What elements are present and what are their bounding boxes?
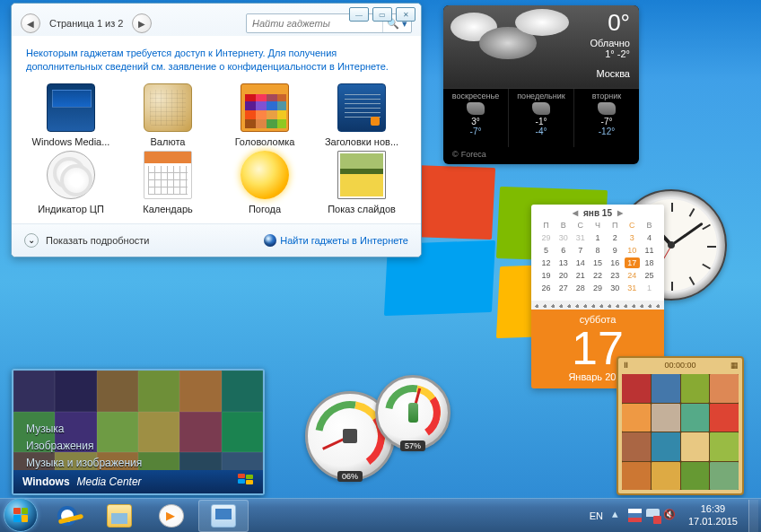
taskbar-ie-button[interactable] <box>42 500 92 532</box>
media-center-gadget[interactable]: МузыкаИзображенияМузыка и изображения Wi… <box>12 369 265 495</box>
show-desktop-button[interactable] <box>748 500 758 532</box>
calendar-cell[interactable]: 29 <box>590 283 605 293</box>
language-indicator[interactable]: EN <box>587 510 606 521</box>
puzzle-tile[interactable] <box>652 432 680 461</box>
gadget-item[interactable]: Показ слайдов <box>313 151 410 214</box>
calendar-cell[interactable]: 3 <box>625 232 640 243</box>
show-details-label[interactable]: Показать подробности <box>46 235 149 246</box>
calendar-cell[interactable]: 30 <box>555 232 571 243</box>
puzzle-tile[interactable] <box>652 462 680 491</box>
calendar-cell[interactable]: 10 <box>625 245 640 256</box>
wmc-brand: Windows <box>22 475 70 488</box>
calendar-cell[interactable]: 6 <box>555 245 571 256</box>
gadget-item[interactable]: Индикатор ЦП <box>22 151 119 214</box>
cal-prev-button[interactable]: ◀ <box>573 209 578 217</box>
puzzle-gadget[interactable]: ⏸ 00:00:00 ▦ <box>617 356 744 495</box>
puzzle-tile[interactable] <box>652 374 680 403</box>
calendar-cell[interactable]: 27 <box>555 283 571 293</box>
gadget-item[interactable]: Календарь <box>119 151 216 214</box>
puzzle-tile[interactable] <box>681 404 710 432</box>
weather-condition: Облачно <box>590 38 630 48</box>
action-center-icon[interactable] <box>628 509 642 522</box>
puzzle-tile[interactable] <box>681 462 710 491</box>
calendar-cell[interactable]: 7 <box>573 245 588 256</box>
gadget-item[interactable]: Валюта <box>119 83 216 147</box>
calendar-cell[interactable]: 8 <box>590 245 605 256</box>
next-page-button[interactable]: ▶ <box>132 13 152 33</box>
calendar-cell[interactable]: 4 <box>642 232 657 243</box>
calendar-cell[interactable]: 5 <box>538 245 554 256</box>
puzzle-tile[interactable] <box>622 462 651 491</box>
calendar-cell[interactable]: 31 <box>625 283 640 293</box>
maximize-button[interactable]: ▭ <box>372 7 392 22</box>
calendar-cell[interactable]: 14 <box>573 257 588 268</box>
puzzle-pause-button[interactable]: ⏸ <box>622 361 630 370</box>
calendar-cell[interactable]: 17 <box>625 257 640 268</box>
calendar-cell[interactable]: 31 <box>573 232 588 243</box>
minimize-button[interactable]: — <box>349 7 369 22</box>
start-button[interactable] <box>0 499 41 533</box>
calendar-cell[interactable]: 12 <box>538 257 554 268</box>
forecast-icon <box>467 102 485 115</box>
tray-overflow-button[interactable] <box>610 509 624 522</box>
calendar-cell[interactable]: 29 <box>538 232 554 243</box>
puzzle-hint-button[interactable]: ▦ <box>730 361 739 370</box>
taskbar-active-button[interactable] <box>198 500 249 532</box>
puzzle-tile[interactable] <box>710 432 739 461</box>
puzzle-tile[interactable] <box>681 374 710 403</box>
wmc-product: Media Center <box>77 475 142 488</box>
calendar-cell[interactable]: 23 <box>608 270 623 281</box>
calendar-cell[interactable]: 19 <box>538 270 554 281</box>
calendar-cell[interactable]: 30 <box>608 283 623 293</box>
find-gadgets-online-link[interactable]: Найти гаджеты в Интернете <box>264 234 408 247</box>
weather-gadget[interactable]: 0° Облачно 1° -2° Москва воскресенье 3°-… <box>443 5 639 164</box>
prev-page-button[interactable]: ◀ <box>21 13 40 33</box>
calendar-cell[interactable]: 1 <box>590 232 605 243</box>
calendar-cell[interactable]: 22 <box>590 270 605 281</box>
calendar-cell[interactable]: 18 <box>642 257 657 268</box>
cloud-icon <box>515 9 569 36</box>
calendar-cell[interactable]: 25 <box>642 270 657 281</box>
puzzle-tile[interactable] <box>710 404 739 432</box>
taskbar-explorer-button[interactable] <box>94 500 144 532</box>
close-button[interactable]: ✕ <box>396 7 415 22</box>
gadget-item[interactable]: Заголовки нов... <box>313 83 410 147</box>
calendar-cell[interactable]: 21 <box>573 270 588 281</box>
calendar-cell[interactable]: 13 <box>555 257 571 268</box>
calendar-cell[interactable]: 15 <box>590 257 605 268</box>
cpu-chip-icon <box>343 429 357 443</box>
puzzle-tile[interactable] <box>622 404 651 432</box>
gadget-label: Головоломка <box>216 136 313 147</box>
calendar-cell[interactable]: 1 <box>642 283 657 293</box>
puzzle-tile[interactable] <box>622 374 651 403</box>
gadget-label: Заголовки нов... <box>313 136 410 147</box>
calendar-cell[interactable]: 9 <box>608 245 623 256</box>
puzzle-tile[interactable] <box>622 432 651 461</box>
gadget-item[interactable]: Головоломка <box>216 83 313 147</box>
wmc-menu-item[interactable]: Изображения <box>26 438 142 455</box>
cpu-meter-gadget[interactable]: 06% 57% <box>305 375 458 483</box>
volume-icon[interactable] <box>664 509 678 522</box>
calendar-cell[interactable]: 28 <box>573 283 588 293</box>
puzzle-tile[interactable] <box>710 462 739 491</box>
calendar-cell[interactable]: 2 <box>608 232 623 243</box>
calendar-cell[interactable]: 20 <box>555 270 571 281</box>
chevron-down-icon[interactable]: ⌄ <box>24 233 39 248</box>
puzzle-tile[interactable] <box>710 374 739 403</box>
puzzle-tile[interactable] <box>681 432 710 461</box>
calendar-binding <box>531 301 664 310</box>
privacy-notice[interactable]: Некоторым гаджетам требуется доступ к Ин… <box>12 36 421 82</box>
calendar-cell[interactable]: 24 <box>625 270 640 281</box>
gadget-item[interactable]: Погода <box>216 151 313 214</box>
taskbar-clock[interactable]: 16:39 17.01.2015 <box>682 503 744 528</box>
puzzle-tile[interactable] <box>652 404 680 432</box>
calendar-cell[interactable]: 11 <box>642 245 657 256</box>
calendar-cell[interactable]: 16 <box>608 257 623 268</box>
wmc-menu-item[interactable]: Музыка <box>26 421 142 438</box>
gadget-item[interactable]: Windows Media... <box>22 83 119 147</box>
cal-next-button[interactable]: ▶ <box>617 209 623 217</box>
calendar-cell[interactable]: 26 <box>538 283 554 293</box>
network-icon[interactable] <box>646 509 660 522</box>
taskbar-wmp-button[interactable] <box>146 500 197 532</box>
system-tray: EN 16:39 17.01.2015 <box>578 500 761 532</box>
